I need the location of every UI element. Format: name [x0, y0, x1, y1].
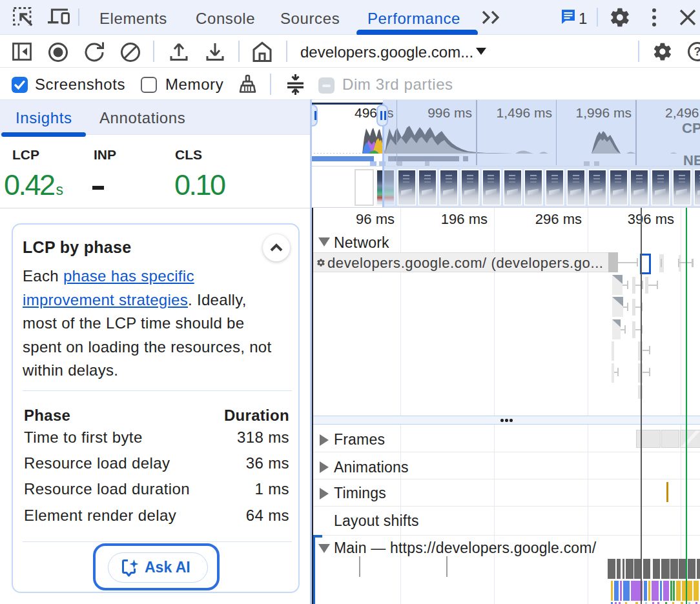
- svg-text:?: ?: [694, 45, 700, 58]
